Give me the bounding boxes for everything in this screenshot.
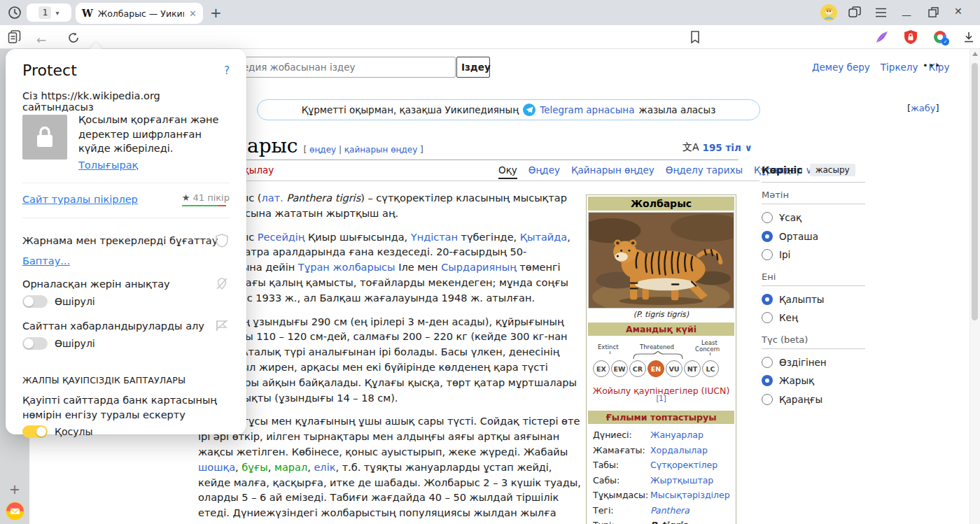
appearance-radio-option[interactable]: Кең <box>762 309 865 327</box>
appearance-radio-option[interactable]: Ірі <box>762 246 865 264</box>
taxonomy-value-link[interactable]: Жануарлар <box>650 427 704 443</box>
window-minimize-button[interactable]: — <box>902 9 911 20</box>
view-tab[interactable]: Қайнарын өңдеу <box>571 164 654 179</box>
protect-more-link[interactable]: Толығырақ <box>78 158 138 173</box>
status-caption: Жойылу қаупіндегілер (IUCN) [1] <box>588 384 734 409</box>
inline-link[interactable]: Сырдарияның <box>441 262 517 273</box>
status-circle-ex: EX <box>593 360 610 377</box>
protect-site-line: Сіз https://kk.wikipedia.org сайтындасыз <box>22 90 230 113</box>
tiger-image[interactable] <box>588 212 734 309</box>
notifications-toggle-state: Өшірулі <box>55 338 95 349</box>
wiki-header-link[interactable]: Демеу беру <box>812 62 870 73</box>
inline-link[interactable]: елік <box>314 462 335 473</box>
appearance-group-label: Ені <box>762 264 865 286</box>
radio-unchecked-icon[interactable] <box>762 394 773 405</box>
inline-link[interactable]: лат. <box>261 192 286 204</box>
download-icon[interactable] <box>963 31 974 43</box>
divider <box>22 183 230 183</box>
radio-checked-icon[interactable] <box>762 375 773 386</box>
security-section-header: ЖАЛПЫ ҚАУІПСІЗДІК БАПТАУЛАРЫ <box>22 375 230 385</box>
view-tab[interactable]: Өңдеу <box>528 164 560 179</box>
inline-link[interactable]: Panthera tigris <box>286 192 360 204</box>
status-reference[interactable]: [1] <box>656 395 666 402</box>
title-rule <box>198 160 738 160</box>
appearance-radio-option[interactable]: Жарық <box>762 371 865 390</box>
divider <box>22 218 230 218</box>
radio-checked-icon[interactable] <box>762 231 773 242</box>
inline-link[interactable]: бұғы <box>241 462 268 473</box>
appearance-radio-option[interactable]: Қалыпты <box>762 290 865 309</box>
location-off-icon <box>216 277 228 290</box>
telegram-icon <box>523 104 536 116</box>
yandex-mail-icon[interactable] <box>6 502 24 521</box>
radio-unchecked-icon[interactable] <box>762 212 773 223</box>
radio-unchecked-icon[interactable] <box>762 357 773 368</box>
adblock-settings-link[interactable]: Баптау... <box>22 255 230 267</box>
connection-lock-tile <box>22 115 67 160</box>
wiki-header-more[interactable]: ••• <box>923 60 941 71</box>
taxonomy-value-link[interactable]: Мысықтәрізділер <box>650 488 730 503</box>
notifications-toggle[interactable] <box>22 337 48 350</box>
window-close-button[interactable]: ✕ <box>954 6 962 17</box>
edit-source-link[interactable]: қайнарын өңдеу <box>344 145 417 155</box>
side-panels-icon[interactable] <box>848 6 861 19</box>
inline-link[interactable]: марал <box>274 462 307 473</box>
back-button[interactable]: ← <box>36 33 46 47</box>
inline-link[interactable]: Үндістан <box>411 232 458 243</box>
location-toggle[interactable] <box>22 295 48 308</box>
feather-extension-icon[interactable] <box>875 31 889 43</box>
window-restore-button[interactable] <box>928 7 939 17</box>
star-icon: ★ <box>182 192 190 203</box>
inline-link[interactable]: Қытайда <box>520 232 567 243</box>
site-reviews-count[interactable]: ★ 41 пікір <box>182 192 230 206</box>
radio-unchecked-icon[interactable] <box>762 312 773 323</box>
taxonomy-value-link[interactable]: Хордалылар <box>650 443 708 458</box>
radio-unchecked-icon[interactable] <box>762 249 773 260</box>
radio-checked-icon[interactable] <box>762 294 773 305</box>
new-tab-button[interactable]: + <box>210 4 222 21</box>
view-tab[interactable]: Оқу <box>498 164 517 179</box>
article-paragraph: Көкірек тұсы мен құлағының ұшы ашық сары… <box>198 414 581 524</box>
banner-telegram-link[interactable]: Telegram арнасына <box>540 104 634 115</box>
profile-avatar[interactable] <box>820 4 837 21</box>
appearance-hide-button[interactable]: жасыру <box>810 164 855 176</box>
wiki-header-link[interactable]: Тіркелу <box>881 62 918 73</box>
taxonomy-value-link[interactable]: Panthera <box>650 503 690 518</box>
bookmark-flag-icon[interactable] <box>690 31 700 43</box>
edit-link[interactable]: өңдеу <box>309 145 336 155</box>
tab-group-chip[interactable]: 1 ▾ <box>27 3 71 22</box>
inline-link[interactable]: шошқа <box>198 462 235 473</box>
rail-add-button[interactable]: + <box>0 481 29 497</box>
inline-link[interactable]: Ресейдің <box>258 232 305 243</box>
protect-help-link[interactable]: ? <box>224 64 230 77</box>
view-tab[interactable]: Өңделу тарихы <box>666 164 743 179</box>
bank-warning-toggle[interactable] <box>22 425 48 438</box>
connection-secure-text: Қосылым қорғалған және деректер шифрланғ… <box>78 113 231 172</box>
taxonomy-value-link[interactable]: Жыртқыштар <box>650 473 713 488</box>
adblock-shield-icon[interactable] <box>904 30 917 44</box>
scrollbar-thumb[interactable] <box>972 63 978 320</box>
menu-hamburger-icon[interactable] <box>875 7 887 18</box>
appearance-radio-option[interactable]: Орташа <box>762 227 865 246</box>
taxonomy-row: Табы:Сүтқоректілер <box>588 458 734 473</box>
inline-link[interactable]: Тұран жолбарысы <box>298 262 396 273</box>
browser-tab-strip: 1 ▾ W Жолбарыс — Уикипеди ✕ + — ✕ <box>0 0 980 25</box>
appearance-radio-option[interactable]: Өздігінен <box>762 353 865 372</box>
wiki-search-button[interactable]: Іздеу <box>456 57 490 78</box>
history-clock-icon[interactable] <box>8 6 22 20</box>
article-paragraph: Жолбарыс Ресейдің Қиыр шығысында, Үндіст… <box>198 230 581 306</box>
sidebar-toggle-icon[interactable] <box>8 30 21 44</box>
species-infobox: Жолбарыс <box>586 194 736 524</box>
scrollbar-up-arrow[interactable] <box>972 52 978 56</box>
check-badge-icon: ✓ <box>941 38 949 45</box>
reload-button[interactable] <box>68 32 79 43</box>
tab-close-icon[interactable]: ✕ <box>189 8 197 19</box>
status-label-extinct: Extinct <box>598 344 619 350</box>
browser-tab[interactable]: W Жолбарыс — Уикипеди ✕ <box>76 3 203 24</box>
banner-close-link[interactable]: жабу <box>911 103 935 113</box>
language-selector[interactable]: 文A 195 тіл ∨ <box>682 141 752 154</box>
appearance-radio-option[interactable]: Қараңғы <box>762 390 865 409</box>
appearance-radio-option[interactable]: Ұсақ <box>762 208 865 227</box>
taxonomy-value-link[interactable]: Сүтқоректілер <box>650 458 718 473</box>
chrome-extension-icon[interactable]: ✓ <box>934 31 946 43</box>
